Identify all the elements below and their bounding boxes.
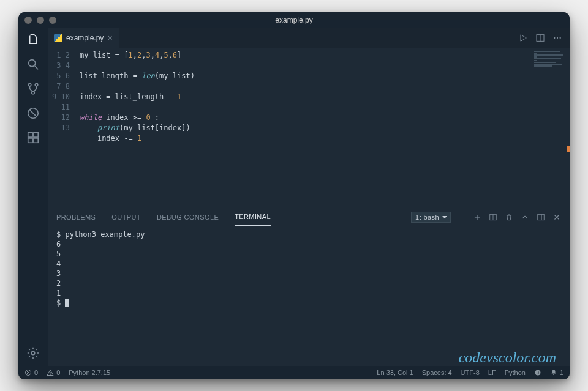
panel-tab-output[interactable]: OUTPUT [111, 209, 141, 226]
split-editor-icon[interactable] [535, 33, 545, 43]
status-errors[interactable]: 0 [24, 369, 38, 376]
svg-point-31 [537, 371, 537, 372]
status-language-mode[interactable]: Python [505, 369, 526, 376]
maximize-panel-icon[interactable] [521, 213, 529, 222]
svg-rect-6 [28, 132, 32, 136]
terminal-output-line: 4 [56, 259, 61, 268]
new-terminal-icon[interactable] [473, 213, 481, 222]
status-cursor-position[interactable]: Ln 33, Col 1 [377, 369, 413, 376]
svg-point-2 [28, 83, 31, 86]
terminal[interactable]: $ python3 example.py 6 5 4 3 2 1 $ codev… [48, 227, 570, 366]
svg-point-0 [29, 59, 36, 66]
panel-tab-problems[interactable]: PROBLEMS [56, 209, 96, 226]
svg-point-3 [35, 83, 38, 86]
kill-terminal-icon[interactable] [505, 213, 513, 222]
titlebar[interactable]: example.py [18, 12, 570, 28]
traffic-lights [24, 17, 56, 24]
run-icon[interactable] [518, 33, 528, 43]
status-python-version[interactable]: Python 2.7.15 [69, 369, 110, 376]
code-area[interactable]: my_list = [1,2,3,4,5,6] list_length = le… [75, 48, 533, 207]
svg-rect-9 [34, 138, 38, 142]
traffic-minimize[interactable] [37, 17, 44, 24]
terminal-output-line: 1 [56, 289, 61, 297]
svg-rect-7 [34, 132, 38, 136]
python-file-icon [54, 34, 62, 42]
close-panel-icon[interactable] [552, 213, 561, 222]
tab-close-icon[interactable]: × [107, 34, 112, 42]
source-control-icon[interactable] [26, 82, 40, 95]
status-eol[interactable]: LF [488, 369, 496, 376]
svg-rect-21 [538, 214, 545, 220]
panel-tab-terminal[interactable]: TERMINAL [235, 208, 271, 226]
svg-point-4 [32, 91, 35, 94]
tab-label: example.py [66, 34, 104, 42]
minimap[interactable] [533, 48, 570, 207]
settings-gear-icon[interactable] [26, 346, 40, 360]
terminal-prompt: $ [56, 230, 65, 239]
line-number-gutter: 1 2 3 4 5 6 7 8 9 10 11 12 13 [48, 48, 75, 207]
svg-point-10 [31, 351, 35, 355]
svg-point-30 [535, 370, 540, 375]
panel-tabs: PROBLEMS OUTPUT DEBUG CONSOLE TERMINAL 1… [48, 207, 570, 227]
more-actions-icon[interactable] [552, 33, 562, 43]
status-encoding[interactable]: UTF-8 [461, 369, 480, 376]
terminal-select[interactable]: 1: bash [411, 212, 451, 223]
window-title: example.py [18, 16, 570, 24]
svg-point-16 [560, 37, 561, 38]
tab-bar: example.py × [48, 28, 570, 48]
terminal-output-line: 2 [56, 279, 61, 288]
activity-bar [18, 28, 48, 366]
editor-actions [518, 28, 570, 48]
debug-icon[interactable] [26, 106, 40, 120]
search-icon[interactable] [26, 58, 40, 71]
svg-rect-8 [28, 138, 32, 142]
terminal-output-line: 6 [56, 240, 61, 248]
status-warnings[interactable]: 0 [47, 369, 60, 376]
toggle-panel-icon[interactable] [537, 213, 545, 222]
explorer-icon[interactable] [26, 33, 40, 47]
editor[interactable]: 1 2 3 4 5 6 7 8 9 10 11 12 13 my_list = … [48, 48, 570, 207]
extensions-icon[interactable] [26, 131, 40, 144]
svg-point-32 [538, 371, 539, 372]
watermark: codevscolor.com [459, 352, 556, 362]
traffic-zoom[interactable] [49, 17, 56, 24]
vscode-window: example.py [18, 12, 570, 379]
svg-line-1 [35, 65, 39, 69]
status-indentation[interactable]: Spaces: 4 [422, 369, 452, 376]
terminal-prompt: $ [56, 299, 65, 307]
status-feedback-icon[interactable] [534, 369, 541, 376]
svg-marker-11 [521, 34, 526, 41]
terminal-output-line: 3 [56, 269, 61, 278]
svg-point-15 [557, 37, 558, 38]
tab-example-py[interactable]: example.py × [48, 28, 119, 48]
terminal-cursor [65, 299, 69, 307]
traffic-close[interactable] [24, 17, 32, 24]
bottom-panel: PROBLEMS OUTPUT DEBUG CONSOLE TERMINAL 1… [48, 207, 570, 366]
svg-point-14 [554, 37, 555, 38]
split-terminal-icon[interactable] [489, 213, 497, 222]
panel-tab-debug-console[interactable]: DEBUG CONSOLE [157, 209, 219, 226]
overview-ruler-marker [567, 146, 570, 152]
status-notifications[interactable]: 1 [550, 369, 564, 376]
status-bar: 0 0 Python 2.7.15 Ln 33, Col 1 Spaces: 4… [18, 366, 570, 379]
terminal-command: python3 example.py [65, 230, 145, 239]
svg-point-29 [50, 374, 51, 374]
terminal-output-line: 5 [56, 250, 61, 258]
